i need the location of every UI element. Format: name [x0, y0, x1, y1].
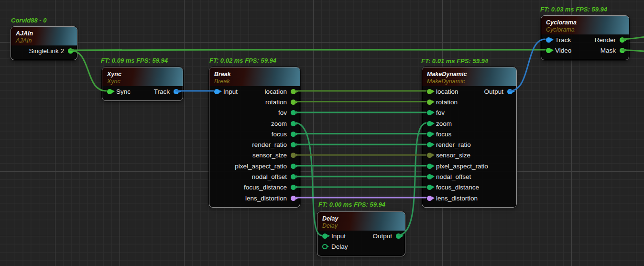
port-label: Sync [116, 88, 131, 95]
port-row: nodal_offset [209, 171, 300, 182]
port-label: focus [272, 131, 287, 138]
node-makedynamic[interactable]: MakeDynamic MakeDynamic location Output … [422, 67, 517, 208]
port-break-nodal-offset[interactable] [291, 174, 296, 179]
port-label: Mask [600, 47, 616, 54]
makedynamic-ft-label: FT: 0.01 ms FPS: 59.94 [421, 57, 488, 65]
node-title: Xync [107, 71, 178, 78]
port-row: rotation [209, 97, 300, 107]
node-cyclorama[interactable]: Cyclorama Cyclorama Track Render Video [541, 15, 629, 60]
delay-ft-label: FT: 0.00 ms FPS: 59.94 [318, 201, 385, 208]
port-break-lens-distortion[interactable] [291, 196, 296, 201]
port-break-sensor-size[interactable] [291, 153, 296, 158]
port-break-location[interactable] [291, 89, 296, 94]
port-label: lens_distortion [436, 195, 478, 202]
node-xync[interactable]: Xync Xync Sync Track [102, 67, 183, 101]
port-break-render-ratio[interactable] [291, 142, 296, 147]
port-row: sensor_size [209, 150, 300, 161]
node-subtitle: Break [214, 78, 295, 85]
port-makedynamic-location[interactable] [427, 89, 432, 94]
port-label: fov [278, 109, 287, 116]
node-break-header[interactable]: Break Break [209, 67, 300, 86]
port-delay-input[interactable] [322, 233, 327, 239]
port-makedynamic-focus-distance[interactable] [427, 185, 432, 190]
port-label: render_ratio [436, 141, 471, 148]
port-xync-sync[interactable] [107, 89, 112, 94]
node-break[interactable]: Break Break Input location rotation fov [209, 67, 300, 208]
node-delay-header[interactable]: Delay Delay [317, 212, 405, 231]
port-makedynamic-render-ratio[interactable] [427, 142, 432, 147]
node-xync-header[interactable]: Xync Xync [102, 67, 183, 86]
port-row: pixel_aspect_ratio [422, 161, 516, 171]
port-row: Input location [209, 86, 300, 97]
port-row: Delay [317, 241, 405, 252]
port-row: fov [209, 108, 300, 118]
port-row: zoom [422, 118, 516, 129]
port-makedynamic-sensor-size[interactable] [427, 153, 432, 158]
port-makedynamic-fov[interactable] [427, 110, 432, 115]
port-break-fov[interactable] [291, 110, 296, 115]
port-label: sensor_size [252, 152, 287, 159]
port-label: nodal_offset [436, 173, 471, 180]
port-label: Track [154, 88, 170, 95]
port-label: focus [436, 131, 451, 138]
port-row: focus [209, 129, 300, 139]
port-row: lens_distortion [422, 193, 516, 203]
port-label: location [436, 88, 458, 95]
port-label: pixel_aspect_ratio [235, 163, 287, 170]
node-subtitle: Delay [322, 222, 400, 230]
wire-singlelink-to-video[interactable] [70, 50, 545, 50]
port-row: focus_distance [422, 182, 516, 193]
port-label: zoom [436, 120, 452, 127]
cyclorama-ft-label: FT: 0.03 ms FPS: 59.94 [540, 6, 607, 13]
port-row: Input Output [317, 231, 405, 241]
node-subtitle: MakeDynamic [427, 78, 512, 85]
port-label: fov [436, 109, 445, 116]
port-break-pixel-aspect-ratio[interactable] [291, 164, 296, 169]
node-comment-label: Corvid88 - 0 [11, 17, 46, 24]
node-subtitle: Cyclorama [546, 26, 624, 33]
port-row: lens_distortion [209, 193, 300, 203]
node-title: MakeDynamic [427, 71, 512, 78]
port-label: Input [331, 233, 346, 240]
port-label: Input [223, 88, 238, 95]
port-label: render_ratio [252, 141, 287, 148]
node-delay[interactable]: Delay Delay Input Output Delay [317, 211, 405, 256]
port-cyclorama-video[interactable] [546, 48, 551, 53]
node-cyclorama-header[interactable]: Cyclorama Cyclorama [541, 16, 629, 34]
port-makedynamic-rotation[interactable] [427, 100, 432, 105]
port-break-focus[interactable] [291, 132, 296, 137]
port-label: Render [595, 36, 616, 44]
port-row: fov [422, 108, 516, 118]
port-label: Output [372, 233, 392, 240]
port-makedynamic-focus[interactable] [427, 132, 432, 137]
port-makedynamic-lens-distortion[interactable] [427, 196, 432, 201]
port-makedynamic-nodal-offset[interactable] [427, 174, 432, 179]
node-subtitle: AJAIn [16, 37, 72, 44]
node-ajain-header[interactable]: AJAIn AJAIn [11, 27, 77, 45]
port-row: nodal_offset [422, 171, 516, 182]
port-label: focus_distance [244, 184, 287, 191]
node-graph-canvas[interactable]: Corvid88 - 0 FT: 0.09 ms FPS: 59.94 FT: … [0, 0, 644, 266]
port-label: location [264, 88, 287, 95]
node-makedynamic-header[interactable]: MakeDynamic MakeDynamic [422, 67, 516, 86]
node-ajain[interactable]: AJAIn AJAIn SingleLink 2 [11, 26, 77, 60]
node-subtitle: Xync [107, 78, 178, 85]
port-break-zoom[interactable] [291, 121, 296, 126]
port-label: zoom [271, 120, 287, 127]
port-row: focus [422, 129, 516, 139]
node-title: Cyclorama [546, 19, 624, 26]
port-row: render_ratio [422, 139, 516, 150]
port-label: Track [555, 36, 571, 44]
node-title: Delay [322, 215, 400, 222]
port-break-rotation[interactable] [291, 100, 296, 105]
port-cyclorama-track[interactable] [546, 37, 551, 43]
port-label: rotation [436, 99, 458, 106]
port-break-focus-distance[interactable] [291, 185, 296, 190]
port-break-input[interactable] [214, 89, 219, 94]
port-delay-delay[interactable] [322, 244, 327, 249]
port-makedynamic-pixel-aspect-ratio[interactable] [427, 164, 432, 169]
port-makedynamic-zoom[interactable] [427, 121, 432, 126]
port-row: zoom [209, 118, 300, 129]
port-label: pixel_aspect_ratio [436, 163, 488, 170]
xync-ft-label: FT: 0.09 ms FPS: 59.94 [101, 57, 168, 64]
